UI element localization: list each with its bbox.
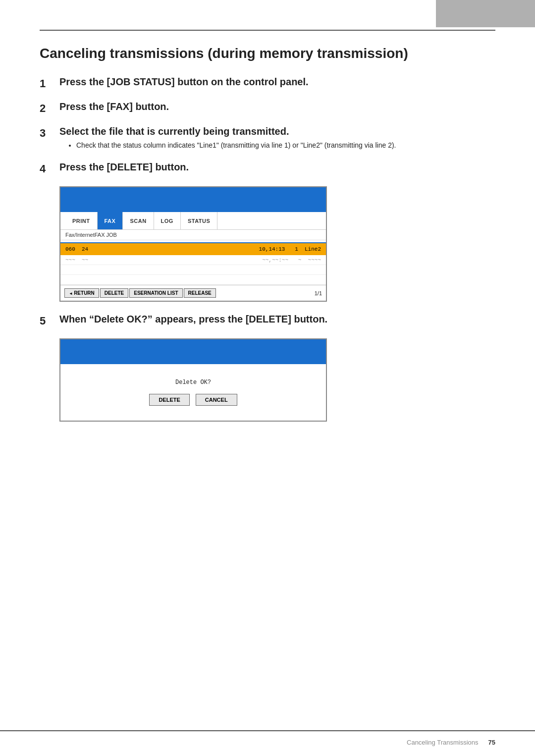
page-indicator: 1/1 (315, 290, 322, 296)
step-3-content: Select the file that is currently being … (59, 126, 495, 151)
dialog-buttons: DELETE CANCEL (149, 394, 237, 406)
step-2: 2 Press the [FAX] button. (40, 101, 495, 115)
step-4-content: Press the [DELETE] button. (59, 162, 495, 173)
step-2-content: Press the [FAX] button. (59, 101, 495, 112)
release-button[interactable]: RELEASE (184, 288, 216, 298)
footer: Canceling Transmissions 75 (407, 739, 495, 746)
footer-section: Canceling Transmissions (407, 739, 479, 746)
step-3-sub: Check that the status column indicates "… (67, 140, 495, 151)
tab-fax[interactable]: FAX (98, 212, 123, 229)
step-1-number: 1 (40, 76, 59, 90)
row-col1: 060 24 (65, 246, 88, 252)
step-2-title: Press the [FAX] button. (59, 101, 495, 112)
page-title: Canceling transmissions (during memory t… (40, 46, 495, 61)
step-5-title: When “Delete OK?” appears, press the [DE… (59, 314, 495, 325)
bottom-rule (0, 730, 535, 731)
return-button[interactable]: RETURN (64, 288, 99, 298)
step-1-title: Press the [JOB STATUS] button on the con… (59, 76, 495, 88)
screen-1-mockup: PRINT FAX SCAN LOG STATUS Fax/InternetFA… (59, 186, 327, 302)
dialog-header (60, 339, 326, 364)
screen-1-tabs: PRINT FAX SCAN LOG STATUS (60, 212, 326, 230)
tab-log[interactable]: LOG (154, 212, 181, 229)
step-3-title: Select the file that is currently being … (59, 126, 495, 137)
step-1-content: Press the [JOB STATUS] button on the con… (59, 76, 495, 88)
step-5-content: When “Delete OK?” appears, press the [DE… (59, 314, 495, 325)
tab-status[interactable]: STATUS (181, 212, 217, 229)
screen-1-footer: RETURN DELETE ESERNATION LIST RELEASE 1/… (60, 285, 326, 301)
row2-right: ~~,~~:~~ ~ ~~~~ (262, 257, 321, 263)
row2-col1: ~~~ ~~ (65, 257, 88, 263)
step-4: 4 Press the [DELETE] button. (40, 162, 495, 175)
screen-1-highlighted-row: 060 24 10,14:13 1 Line2 (60, 243, 326, 255)
dialog-body: Delete OK? DELETE CANCEL (60, 364, 326, 421)
step-3: 3 Select the file that is currently bein… (40, 126, 495, 151)
esernation-list-button[interactable]: ESERNATION LIST (129, 288, 182, 298)
footer-page: 75 (488, 739, 495, 746)
dialog-cancel-button[interactable]: CANCEL (196, 394, 237, 406)
screen-1-label: Fax/InternetFAX JOB (60, 230, 326, 240)
step-3-sub-item-1: Check that the status column indicates "… (76, 140, 495, 151)
step-4-number: 4 (40, 162, 59, 175)
step-1: 1 Press the [JOB STATUS] button on the c… (40, 76, 495, 90)
delete-button[interactable]: DELETE (100, 288, 128, 298)
dialog-mockup: Delete OK? DELETE CANCEL (59, 338, 327, 422)
step-2-number: 2 (40, 101, 59, 115)
step-4-title: Press the [DELETE] button. (59, 162, 495, 173)
screen-1-normal-row-1: ~~~ ~~ ~~,~~:~~ ~ ~~~~ (60, 255, 326, 265)
screen-1-empty-row-1 (60, 265, 326, 275)
screen-1-empty-row-2 (60, 275, 326, 285)
dialog-text: Delete OK? (175, 379, 211, 386)
tab-print[interactable]: PRINT (65, 212, 98, 229)
tab-scan[interactable]: SCAN (123, 212, 154, 229)
dialog-delete-button[interactable]: DELETE (149, 394, 189, 406)
top-rule (40, 30, 495, 31)
screen-1-header (60, 187, 326, 212)
top-bar (436, 0, 535, 27)
row-right: 10,14:13 1 Line2 (259, 246, 321, 252)
step-5-number: 5 (40, 314, 59, 327)
step-5: 5 When “Delete OK?” appears, press the [… (40, 314, 495, 327)
step-3-number: 3 (40, 126, 59, 140)
